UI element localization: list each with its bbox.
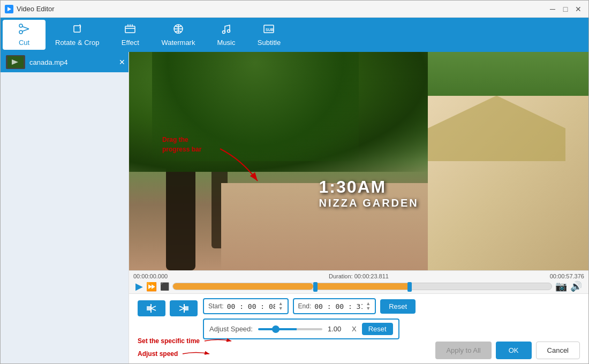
skip-button[interactable]: ⏩ xyxy=(146,282,157,292)
main-content: canada.mp4 ✕ xyxy=(1,52,588,363)
set-time-text: Set the specific time xyxy=(138,337,200,345)
video-frame: 1:30AM NIZZA GARDEN xyxy=(129,52,588,270)
app-icon xyxy=(5,5,13,13)
video-player: 1:30AM NIZZA GARDEN Drag theprogress bar xyxy=(129,52,588,270)
main-window: Video Editor ─ □ ✕ Cut xyxy=(0,0,589,364)
tab-watermark-label: Watermark xyxy=(161,39,195,47)
adjust-speed-arrow xyxy=(180,348,212,359)
tab-rotate-label: Rotate & Crop xyxy=(55,39,99,47)
svg-rect-20 xyxy=(184,306,188,310)
svg-line-23 xyxy=(179,308,184,310)
file-tab[interactable]: canada.mp4 ✕ xyxy=(1,52,129,72)
ok-button[interactable]: OK xyxy=(496,342,532,359)
end-time-input[interactable] xyxy=(314,302,363,310)
adjust-speed-text: Adjust speed xyxy=(138,350,178,358)
reset-button[interactable]: Reset xyxy=(380,299,416,314)
svg-point-10 xyxy=(228,30,230,33)
svg-point-1 xyxy=(19,24,22,27)
playback-row: ▶ ⏩ ⬛ 📷 🔊 xyxy=(133,280,584,292)
svg-line-22 xyxy=(179,306,184,308)
music-tab-icon xyxy=(220,23,232,37)
end-spinners: ▲ ▼ xyxy=(366,301,371,311)
window-controls: ─ □ ✕ xyxy=(547,4,584,14)
timeline-duration: Duration: 00:00:23.811 xyxy=(329,273,389,279)
svg-marker-0 xyxy=(7,7,11,11)
end-time-group: End: ▲ ▼ xyxy=(293,298,376,314)
minimize-button[interactable]: ─ xyxy=(547,4,558,14)
file-close-button[interactable]: ✕ xyxy=(119,58,125,66)
tab-effect-label: Effect xyxy=(122,39,139,47)
svg-rect-5 xyxy=(74,26,80,32)
tab-subtitle[interactable]: SUB Subtitle xyxy=(247,20,290,50)
timeline-track[interactable] xyxy=(172,283,552,290)
start-spin-down[interactable]: ▼ xyxy=(278,306,283,311)
video-container: 1:30AM NIZZA GARDEN Drag theprogress bar xyxy=(129,52,588,293)
screenshot-button[interactable]: 📷 xyxy=(555,280,567,292)
speed-reset-button[interactable]: Reset xyxy=(362,323,393,335)
play-button[interactable]: ▶ xyxy=(135,280,143,292)
cut-buttons xyxy=(138,300,198,316)
start-spinners: ▲ ▼ xyxy=(278,301,283,311)
cut-right-button[interactable] xyxy=(170,300,198,316)
apply-all-button[interactable]: Apply to All xyxy=(435,342,491,359)
sidebar-content xyxy=(1,72,129,363)
tab-watermark[interactable]: Watermark xyxy=(152,20,205,50)
file-thumbnail xyxy=(6,55,25,69)
adjust-speed-annotation: Adjust speed xyxy=(138,348,234,359)
video-area: 1:30AM NIZZA GARDEN Drag theprogress bar xyxy=(129,52,588,363)
maximize-button[interactable]: □ xyxy=(560,4,571,14)
tab-music-label: Music xyxy=(217,39,235,47)
annotations-area: Set the specific time Adjust speed xyxy=(138,336,234,359)
video-overlay: 1:30AM NIZZA GARDEN xyxy=(319,177,418,209)
cut-left-button[interactable] xyxy=(138,300,165,316)
stop-button[interactable]: ⬛ xyxy=(160,282,169,291)
svg-point-2 xyxy=(19,31,22,34)
cancel-button[interactable]: Cancel xyxy=(536,342,580,359)
end-spin-down[interactable]: ▼ xyxy=(366,306,371,311)
svg-point-9 xyxy=(223,31,225,34)
timeline-fill xyxy=(173,283,313,290)
volume-button[interactable]: 🔊 xyxy=(570,280,582,292)
svg-line-19 xyxy=(151,308,156,310)
controls-bottom: Start: ▲ ▼ End: xyxy=(129,293,588,363)
svg-line-3 xyxy=(22,27,29,29)
timeline-bar: 00:00:00.000 Duration: 00:00:23.811 00:0… xyxy=(129,270,588,293)
timeline-start-stamp: 00:00:00.000 xyxy=(133,273,168,279)
rotate-tab-icon xyxy=(71,23,83,37)
watermark-tab-icon xyxy=(172,23,184,37)
tab-music[interactable]: Music xyxy=(205,20,247,50)
speed-slider[interactable] xyxy=(258,328,322,330)
location-overlay: NIZZA GARDEN xyxy=(319,197,418,209)
speed-row: Adjust Speed: 1.00 X Reset xyxy=(203,318,580,339)
start-end-row: Start: ▲ ▼ End: xyxy=(203,298,580,314)
timeline-timestamps: 00:00:00.000 Duration: 00:00:23.811 00:0… xyxy=(133,273,584,279)
timeline-selection xyxy=(313,283,408,290)
sidebar: canada.mp4 ✕ xyxy=(1,52,129,363)
close-button[interactable]: ✕ xyxy=(572,4,584,14)
effect-tab-icon xyxy=(124,23,136,37)
timeline-end-stamp: 00:00:57.376 xyxy=(550,273,584,279)
tabs-bar: Cut Rotate & Crop Effect xyxy=(1,18,588,52)
start-label: Start: xyxy=(208,302,224,310)
file-name: canada.mp4 xyxy=(29,58,68,66)
cut-tab-icon xyxy=(18,23,30,37)
title-bar-left: Video Editor xyxy=(5,5,55,13)
tab-effect[interactable]: Effect xyxy=(109,20,152,50)
start-time-group: Start: ▲ ▼ xyxy=(203,298,289,314)
speed-x-label: X xyxy=(352,325,357,333)
set-time-arrow xyxy=(202,336,234,346)
svg-line-18 xyxy=(151,306,156,308)
subtitle-tab-icon: SUB xyxy=(263,23,275,37)
start-time-input[interactable] xyxy=(227,302,275,310)
svg-rect-6 xyxy=(125,26,135,33)
svg-line-4 xyxy=(22,29,29,32)
set-time-annotation: Set the specific time xyxy=(138,336,234,346)
end-label: End: xyxy=(298,302,312,310)
tab-subtitle-label: Subtitle xyxy=(258,39,281,47)
actions-row: Set the specific time Adjust speed xyxy=(138,342,580,359)
window-title: Video Editor xyxy=(17,5,55,13)
timeline-thumb-right[interactable] xyxy=(407,282,412,292)
timeline-thumb-left[interactable] xyxy=(313,282,318,292)
tab-rotate[interactable]: Rotate & Crop xyxy=(46,20,109,50)
tab-cut[interactable]: Cut xyxy=(3,20,46,50)
